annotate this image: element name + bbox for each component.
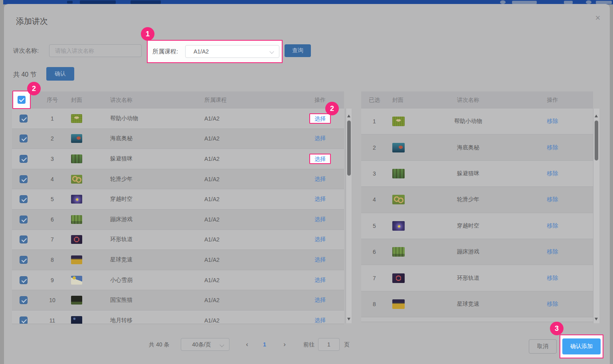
next-page-button[interactable]: › [280,338,289,351]
row-checkbox[interactable] [20,235,28,243]
add-lecture-dialog: 添加讲次 × 讲次名称: 所属课程: A1/A2 1 查询 共 40 节 确认 … [4,4,610,364]
table-row: 3 躲避猫咪 A1/A2 选择 [12,149,344,169]
cover-thumbnail [392,169,405,178]
confirm-add-button[interactable]: 确认添加 [562,338,601,354]
select-link[interactable]: 选择 [314,317,326,323]
row-checkbox[interactable] [20,155,28,163]
scroll-up-icon[interactable] [347,115,350,117]
select-link[interactable]: 选择 [314,256,326,263]
col-header-name: 讲次名称 [424,97,512,104]
remove-link[interactable]: 移除 [547,196,558,202]
row-checkbox[interactable] [20,115,28,123]
navbar-item [131,0,161,4]
cover-thumbnail [71,255,82,264]
cover-thumbnail [71,134,82,143]
course-name: A1/A2 [200,257,308,263]
cover-thumbnail [392,195,405,204]
select-link[interactable]: 选择 [314,176,326,182]
row-checkbox[interactable] [20,195,28,203]
step-badge-2: 2 [325,102,339,115]
table-row: 1 帮助小动物 A1/A2 选择 [12,109,344,129]
scrollbar-thumb[interactable] [347,121,351,176]
prev-page-button[interactable]: ‹ [242,338,252,351]
row-checkbox[interactable] [20,256,28,264]
course-select[interactable]: A1/A2 [185,45,279,58]
current-page-button[interactable]: 1 [261,338,269,351]
left-table-scrollbar[interactable] [346,109,352,323]
select-link[interactable]: 选择 [314,156,326,162]
chevron-down-icon [269,49,274,53]
cover-thumbnail [392,299,405,309]
row-number: 4 [35,176,69,182]
row-checkbox[interactable] [20,276,28,284]
select-link[interactable]: 选择 [314,115,326,122]
scrollbar-thumb[interactable] [595,121,598,160]
course-name: A1/A2 [200,135,308,142]
course-name: A1/A2 [200,176,308,182]
cancel-button[interactable]: 取消 [529,339,557,354]
select-link[interactable]: 选择 [314,216,326,222]
remove-link[interactable]: 移除 [547,275,558,281]
cover-thumbnail [71,296,82,305]
col-header-action: 操作 [308,97,344,104]
page-size-select[interactable]: 40条/页 [181,338,229,351]
table-row: 4 轮滑少年 移除 [361,187,593,213]
table-row: 7 环形轨道 移除 [361,265,593,291]
remove-link[interactable]: 移除 [547,248,558,255]
col-header-selected: 已选 [361,97,388,104]
remove-link[interactable]: 移除 [547,222,558,229]
remove-link[interactable]: 移除 [547,144,558,150]
lecture-name-input[interactable] [49,44,142,57]
total-sections-label: 共 40 节 [13,68,37,81]
scroll-down-icon[interactable] [347,318,350,320]
row-checkbox[interactable] [20,175,28,183]
lecture-name: 蹦床游戏 [106,216,200,223]
lecture-name: 环形轨道 [106,236,200,243]
remove-link[interactable]: 移除 [547,170,558,176]
navbar-corner [0,0,3,4]
course-name: A1/A2 [200,277,308,283]
table-row: 4 轮滑少年 A1/A2 选择 [12,169,344,190]
navbar-item [67,1,73,4]
select-link[interactable]: 选择 [314,236,326,242]
table-header: 已选 封面 讲次名称 操作 [361,91,593,109]
cover-thumbnail [71,276,82,285]
course-name: A1/A2 [200,317,308,324]
select-all-checkbox[interactable] [18,96,26,104]
table-header: 序号 封面 讲次名称 所属课程 操作 [12,91,344,109]
cover-thumbnail [71,235,82,244]
select-link[interactable]: 选择 [314,135,326,141]
scroll-up-icon[interactable] [595,115,598,117]
confirm-button[interactable]: 确认 [46,67,74,81]
lecture-name: 海底奥秘 [424,144,512,151]
row-number: 11 [35,317,69,324]
lecture-name: 星球竞速 [424,301,512,308]
lecture-name: 蹦床游戏 [424,248,512,255]
row-checkbox[interactable] [20,317,28,324]
select-link[interactable]: 选择 [314,196,326,202]
row-checkbox[interactable] [20,135,28,142]
select-link[interactable]: 选择 [314,277,326,283]
table-row: 8 星球竞速 移除 [361,291,593,317]
course-name: A1/A2 [200,236,308,243]
page-unit-label: 页 [344,338,350,351]
right-table-scrollbar[interactable] [593,109,599,323]
select-all-highlight-box [12,91,31,109]
navbar-avatar [586,0,591,4]
search-button[interactable]: 查询 [285,44,311,57]
close-icon[interactable]: × [593,13,603,23]
lecture-name: 躲避猫咪 [424,170,512,177]
select-link[interactable]: 选择 [314,297,326,303]
remove-link[interactable]: 移除 [547,301,558,307]
table-row: 11 地月转移 A1/A2 选择 [12,311,344,324]
remove-link[interactable]: 移除 [547,118,558,124]
cover-thumbnail [71,154,82,163]
row-checkbox[interactable] [20,296,28,304]
cover-thumbnail [392,143,405,152]
cover-thumbnail [392,221,405,231]
dialog-title: 添加讲次 [16,16,48,27]
scroll-down-icon[interactable] [595,318,598,320]
row-checkbox[interactable] [20,216,28,224]
lecture-name: 轮滑少年 [106,176,200,183]
goto-page-input[interactable] [318,338,340,351]
